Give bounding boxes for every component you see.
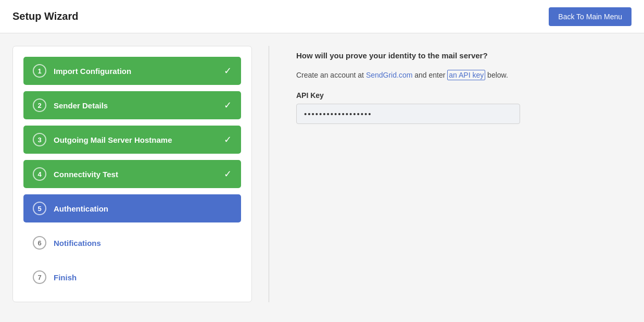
step-number-7: 7 <box>33 270 46 284</box>
sidebar: 1Import Configuration✓2Sender Details✓3O… <box>12 46 252 302</box>
main-content: 1Import Configuration✓2Sender Details✓3O… <box>0 33 644 315</box>
step-item-3[interactable]: 3Outgoing Mail Server Hostname✓ <box>23 126 241 154</box>
sendgrid-link[interactable]: SendGrid.com <box>366 71 412 79</box>
step-label-5: Authentication <box>54 204 108 213</box>
api-key-input[interactable] <box>296 104 520 124</box>
step-label-7: Finish <box>54 273 77 282</box>
check-icon-4: ✓ <box>224 168 232 180</box>
step-item-1[interactable]: 1Import Configuration✓ <box>23 57 241 85</box>
step-label-1: Import Configuration <box>54 67 131 76</box>
step-item-6[interactable]: 6Notifications <box>23 229 241 257</box>
step-item-4[interactable]: 4Connectivity Test✓ <box>23 160 241 188</box>
content-panel: How will you prove your identity to the … <box>286 46 632 302</box>
description-middle: and enter <box>412 71 447 79</box>
step-label-6: Notifications <box>54 239 101 247</box>
step-item-7[interactable]: 7Finish <box>23 263 241 291</box>
check-icon-1: ✓ <box>224 65 232 77</box>
step-label-2: Sender Details <box>54 101 108 110</box>
step-label-3: Outgoing Mail Server Hostname <box>54 135 172 144</box>
header: Setup Wizard Back To Main Menu <box>0 0 644 33</box>
check-icon-2: ✓ <box>224 100 232 111</box>
check-icon-3: ✓ <box>224 134 232 145</box>
step-number-1: 1 <box>33 64 46 78</box>
step-number-5: 5 <box>33 202 46 215</box>
api-key-label: API Key <box>296 91 621 100</box>
step-label-4: Connectivity Test <box>54 170 118 179</box>
api-key-link[interactable]: an API key <box>447 70 485 80</box>
step-number-6: 6 <box>33 236 46 250</box>
step-number-3: 3 <box>33 133 46 146</box>
content-question: How will you prove your identity to the … <box>296 51 621 60</box>
step-number-2: 2 <box>33 98 46 112</box>
description-suffix: below. <box>485 71 508 79</box>
content-description: Create an account at SendGrid.com and en… <box>296 69 621 81</box>
step-item-5[interactable]: 5Authentication <box>23 194 241 222</box>
divider <box>269 46 269 302</box>
description-prefix: Create an account at <box>296 71 366 79</box>
back-to-main-button[interactable]: Back To Main Menu <box>549 7 632 26</box>
step-item-2[interactable]: 2Sender Details✓ <box>23 91 241 119</box>
page-title: Setup Wizard <box>12 10 79 22</box>
step-number-4: 4 <box>33 167 46 181</box>
